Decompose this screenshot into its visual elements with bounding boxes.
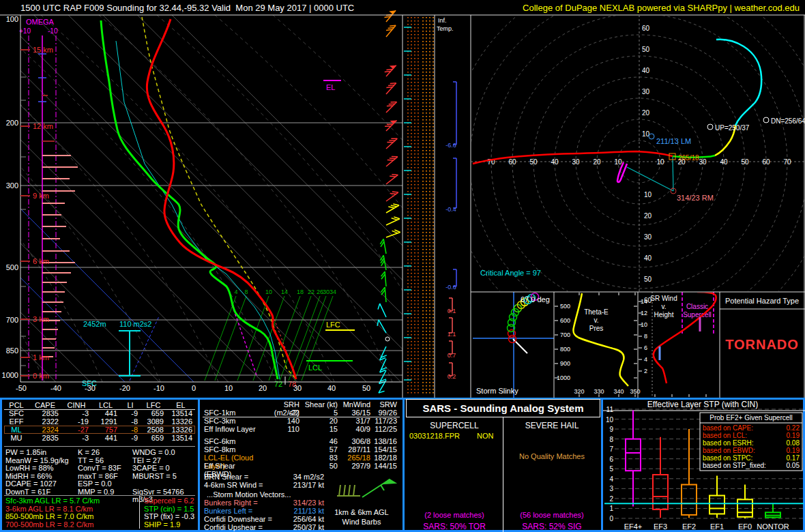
bunkers-right-value: 314/23 kt bbox=[269, 499, 324, 507]
hodo-ring-label: 40 bbox=[720, 158, 728, 166]
mixing-ratio-label: 30 bbox=[323, 289, 330, 295]
lapse-rate: 850-500mb LR = 7.0 C/km bbox=[5, 513, 100, 521]
divider bbox=[139, 496, 140, 529]
isotherm bbox=[172, 15, 539, 382]
sars-hail-header: SEVERE HAIL bbox=[503, 421, 600, 430]
kin-row: Eff Shear (EBWD)50297/9144/15 bbox=[203, 462, 400, 470]
sars-match-file[interactable]: 03031218.FPR bbox=[409, 432, 460, 440]
bunkers-right-label: Bunkers Right = bbox=[204, 499, 258, 507]
thetae-x-label: 330 bbox=[594, 388, 604, 395]
kin-value: 306/8 bbox=[340, 437, 373, 445]
sr-wind-4-6-label: 4-6km SR Wind = bbox=[204, 481, 263, 489]
parcel-value: 3089 bbox=[141, 417, 166, 426]
kin-row: SFC-3km1402031/7117/23 bbox=[203, 417, 400, 425]
panel-divider bbox=[198, 398, 200, 532]
stp-y-label: 8 bbox=[609, 436, 613, 443]
dry-adiabat bbox=[273, 15, 566, 382]
advection-value: 0.2 bbox=[448, 373, 456, 380]
dn-vector-label: DN=256/64 bbox=[771, 117, 805, 125]
wind-barb-tick bbox=[378, 304, 380, 310]
wind-barb-tick bbox=[392, 218, 398, 220]
parcel-row[interactable]: SFC2835-3441-965913514 bbox=[4, 409, 195, 417]
hodo-ring-label: 20 bbox=[642, 109, 650, 117]
stp-y-label: 6 bbox=[609, 456, 613, 463]
temp-axis-label: -50 bbox=[16, 384, 27, 392]
thetae-y-label: 1000 bbox=[557, 374, 570, 381]
parcel-value: -3 bbox=[61, 409, 91, 417]
thetae-y-label: 900 bbox=[560, 360, 570, 367]
legend-label: based on STPC: bbox=[703, 454, 752, 462]
parcel-row[interactable]: EFF2322-191291-8308913326 bbox=[4, 417, 195, 426]
legend-value: 0.17 bbox=[787, 454, 800, 462]
hodo-ring-label: 20 bbox=[644, 212, 652, 220]
brn-shear-label: BRN Shear = bbox=[204, 473, 248, 481]
divider bbox=[4, 446, 195, 447]
index-item: 3CAPE = 0 bbox=[132, 464, 195, 473]
sars-panel: SARS - Sounding Analog System SUPERCELL … bbox=[406, 399, 600, 532]
parcel-table[interactable]: PCLCAPECINHLCLLILFCELSFC2835-3441-965913… bbox=[4, 401, 195, 442]
rm-vector-label: 314/23 RM bbox=[677, 194, 714, 202]
lcl-label: LCL bbox=[308, 364, 322, 372]
sr-y-label: 4 bbox=[644, 356, 647, 363]
parcel-value: -9 bbox=[120, 409, 141, 417]
sars-supercell-header: SUPERCELL bbox=[406, 421, 503, 430]
wind-barb-tick bbox=[385, 72, 391, 72]
hodo-ring-label: 50 bbox=[529, 158, 538, 166]
thetae-curve bbox=[573, 293, 628, 386]
index-item: K = 26 bbox=[78, 449, 132, 457]
stp-y-label: 2 bbox=[609, 495, 613, 503]
pressure-label: 300 bbox=[6, 181, 18, 190]
kin-row: SFC-6km46306/8138/16 bbox=[203, 437, 400, 445]
legend-value: 0.19 bbox=[787, 447, 800, 454]
wind-barb bbox=[386, 205, 399, 213]
parcel-row[interactable]: MU2835-3441-965913514 bbox=[4, 434, 195, 442]
corfidi-upshear-label: Corfidi Upshear = bbox=[204, 523, 263, 531]
sars-match-flag: NON bbox=[477, 432, 493, 440]
wind-barb bbox=[380, 304, 386, 317]
composite-index: SHIP = 1.9 bbox=[144, 521, 194, 529]
pressure-label: 500 bbox=[6, 263, 18, 271]
stp-y-label: 9 bbox=[609, 426, 613, 433]
height-label: 9 km bbox=[33, 192, 49, 200]
kin-value: 36/15 bbox=[340, 409, 373, 417]
mixing-ratio-line bbox=[237, 296, 269, 381]
corfidi-upshear-value: 250/37 kt bbox=[269, 523, 324, 531]
kin-name: Eff Inflow Layer bbox=[203, 425, 261, 433]
kin-value: 15 bbox=[302, 425, 340, 433]
stp-legend: Prob EF2+ Given Supercell based on CAPE:… bbox=[700, 413, 802, 471]
parcel-value: 441 bbox=[91, 434, 120, 442]
sars-supercell-prob: SARS: 50% TOR bbox=[406, 522, 503, 531]
isotherm bbox=[0, 15, 366, 382]
index-item: DCAPE = 1027 bbox=[5, 480, 76, 488]
hodo-ring-label: 60 bbox=[508, 158, 516, 166]
parcel-value: -8 bbox=[120, 426, 141, 434]
stp-category-label: EF3 bbox=[654, 522, 667, 531]
hodo-ring-label: 30 bbox=[642, 88, 650, 95]
sr-y-label: 2 bbox=[644, 368, 647, 374]
parcel-name: EFF bbox=[4, 417, 29, 426]
parcel-value: 659 bbox=[141, 409, 166, 417]
shear-table: SRH (m2/s2)Shear (kt)MnWindSRWSFC-1km-22… bbox=[203, 400, 400, 470]
parcel-value: 2324 bbox=[29, 426, 61, 434]
parcel-row[interactable]: ML2324-27757-8250813326 bbox=[4, 426, 195, 434]
stp-category-label: EF2 bbox=[682, 522, 696, 531]
legend-label: based on CAPE: bbox=[703, 424, 753, 432]
kin-value: 117/23 bbox=[373, 417, 400, 425]
stp-title: Effective Layer STP (with CIN) bbox=[647, 400, 758, 409]
temp-axis-label: 20 bbox=[259, 384, 267, 392]
wind-barb-tick bbox=[394, 217, 400, 219]
6km-wind-barb bbox=[362, 479, 395, 497]
hodo-ring-label: 40 bbox=[642, 67, 650, 74]
mixing-ratio-label: 14 bbox=[281, 289, 288, 295]
index-item: PW = 1.85in bbox=[5, 449, 76, 457]
bunkers-left-marker[interactable] bbox=[649, 134, 654, 139]
sr-wind-4-6-value: 213/17 kt bbox=[269, 481, 324, 489]
parcel-value: -27 bbox=[61, 426, 91, 434]
stp-y-label: 3 bbox=[609, 485, 613, 492]
lapse-rate: Sfc-3km AGL LR = 5.7 C/km bbox=[5, 497, 100, 505]
hodo-ring-label: 50 bbox=[644, 276, 652, 283]
kin-row: SFC-1km-22536/1599/26 bbox=[203, 409, 400, 417]
hodo-ring-label: 40 bbox=[644, 254, 652, 262]
wind-barb bbox=[385, 287, 386, 302]
index-item bbox=[132, 480, 195, 488]
